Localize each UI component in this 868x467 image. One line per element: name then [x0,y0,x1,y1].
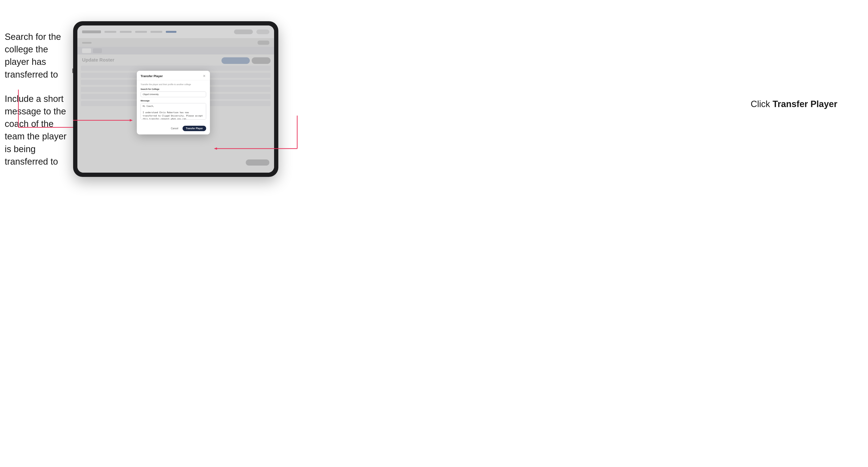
annotation-right-bold: Transfer Player [772,99,837,109]
modal-close-button[interactable]: ✕ [203,74,206,78]
annotation-right: Click Transfer Player [751,99,838,109]
modal-header: Transfer Player ✕ [137,71,210,81]
modal-description: Transfer the player and their profile to… [141,83,206,86]
annotation-left: Search for the college the player has tr… [5,31,71,180]
message-textarea[interactable]: Hi Coach, I understand Chris Robertson h… [141,103,206,120]
modal-footer: Cancel Transfer Player [137,123,210,134]
tablet-side-button [72,68,73,73]
annotation-text-1: Search for the college the player has tr… [5,31,71,81]
search-college-label: Search for College [141,88,206,90]
message-label: Message [141,99,206,102]
modal-body: Transfer the player and their profile to… [137,81,210,123]
search-college-input[interactable] [141,92,206,97]
transfer-player-button[interactable]: Transfer Player [183,126,206,131]
tablet-screen: Update Roster Transfer Player ✕ [78,26,274,173]
tablet-device: Update Roster Transfer Player ✕ [73,21,278,177]
annotation-right-prefix: Click [751,99,773,109]
modal-title: Transfer Player [141,74,163,78]
annotation-text-2: Include a short message to the coach of … [5,93,71,168]
modal-overlay: Transfer Player ✕ Transfer the player an… [78,26,274,173]
cancel-button[interactable]: Cancel [169,126,180,131]
transfer-player-modal: Transfer Player ✕ Transfer the player an… [137,71,210,134]
